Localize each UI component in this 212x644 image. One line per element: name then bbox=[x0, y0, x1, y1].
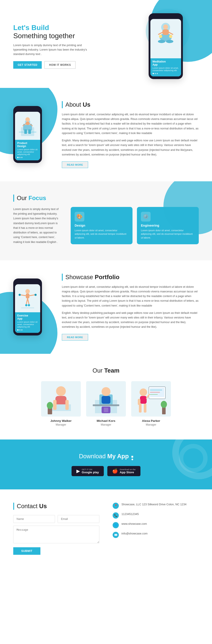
engineering-icon: ⚙️ bbox=[141, 212, 150, 222]
team-avatar-1 bbox=[86, 381, 126, 416]
about-para1: Lorem ipsum dolor sit amet, consectetur … bbox=[62, 112, 199, 136]
app-store-sub: Download on the bbox=[120, 468, 136, 471]
app-store-button[interactable]: 🍎 Download on the App Store bbox=[107, 466, 140, 476]
about-read-more-button[interactable]: READ MORE bbox=[62, 162, 88, 168]
svg-rect-3 bbox=[162, 29, 169, 35]
hero-left: Let's Build Something together Lorem Ips… bbox=[13, 24, 132, 68]
svg-rect-38 bbox=[65, 400, 69, 410]
svg-rect-26 bbox=[19, 294, 20, 296]
svg-rect-21 bbox=[26, 294, 29, 298]
meditation-illustration bbox=[150, 19, 181, 48]
about-phone-wrap: Product Design Lorem ipsum dolor sit ame… bbox=[13, 106, 51, 163]
team-role-0: Manager bbox=[41, 423, 81, 426]
about-phone-screen: Product Design Lorem ipsum dolor sit ame… bbox=[15, 112, 40, 160]
hero-buttons: GET STARTED HOW IT WORKS bbox=[13, 61, 132, 69]
phone-notch bbox=[161, 16, 170, 18]
svg-point-31 bbox=[28, 304, 30, 306]
svg-point-20 bbox=[26, 289, 30, 294]
phone-notch-about bbox=[23, 109, 32, 110]
google-play-sub: GET IT ON bbox=[82, 468, 99, 471]
svg-line-4 bbox=[158, 32, 162, 34]
download-buttons: ▶ GET IT ON Google play 🍎 Download on th… bbox=[13, 466, 199, 476]
team-card-1: Michael Kors Manager bbox=[86, 381, 126, 426]
about-phone-label-title: Product Design bbox=[17, 142, 38, 148]
svg-rect-44 bbox=[93, 404, 119, 406]
svg-rect-19 bbox=[19, 132, 36, 132]
contact-email-text: info@showcase.com bbox=[122, 532, 148, 535]
team-role-2: Manager bbox=[131, 423, 171, 426]
team-name-2: Alexa Parker bbox=[131, 419, 171, 422]
svg-rect-32 bbox=[21, 308, 34, 308]
phone-screen: Meditation App Lorem ipsum dolor sit ame… bbox=[150, 19, 181, 76]
team-title: Our Team bbox=[13, 367, 199, 374]
team-cards: Johnny Walker Manager Michael Kors bbox=[13, 381, 199, 426]
svg-line-23 bbox=[29, 295, 35, 296]
about-phone-label: Product Design Lorem ipsum dolor sit ame… bbox=[15, 140, 40, 160]
svg-point-34 bbox=[56, 386, 66, 396]
contact-phone-text: 11234512345 bbox=[122, 512, 139, 516]
about-phone-mockup: Product Design Lorem ipsum dolor sit ame… bbox=[13, 106, 42, 163]
svg-rect-46 bbox=[102, 396, 110, 404]
portfolio-phone-wrap: Exercise App Lorem ipsum dolor sit amet,… bbox=[13, 278, 51, 336]
app-store-text: Download on the App Store bbox=[120, 468, 136, 474]
about-para2: English. Many desktop publishing package… bbox=[62, 138, 199, 157]
contact-left: Contact Us Submit bbox=[13, 503, 100, 555]
google-play-icon: ▶ bbox=[76, 468, 80, 474]
svg-rect-60 bbox=[144, 404, 146, 412]
hero-title-main: Something together bbox=[13, 32, 132, 40]
contact-email-input[interactable] bbox=[58, 515, 100, 523]
about-title: About Us bbox=[62, 101, 199, 108]
get-started-button[interactable]: GET STARTED bbox=[13, 61, 42, 69]
contact-address-text: Showcase, LLC 123 Silkword Drive Colon, … bbox=[122, 503, 186, 506]
contact-website: 🌐 www.showcase.com bbox=[112, 522, 199, 528]
download-section: Download My App • ▶ GET IT ON Google pla… bbox=[0, 440, 212, 490]
svg-point-13 bbox=[26, 117, 30, 122]
svg-point-30 bbox=[25, 304, 28, 306]
design-icon: 🎨 bbox=[75, 212, 84, 222]
portfolio-read-more-button[interactable]: READ MORE bbox=[62, 334, 88, 340]
contact-name-input[interactable] bbox=[13, 515, 55, 523]
phone-dots bbox=[152, 73, 179, 74]
focus-section: Our Focus Lorem ipsum is simply dummy te… bbox=[0, 181, 212, 260]
svg-point-9 bbox=[169, 35, 172, 38]
hero-section: Let's Build Something together Lorem Ips… bbox=[0, 0, 212, 88]
svg-rect-37 bbox=[53, 400, 56, 410]
svg-point-6 bbox=[158, 40, 165, 43]
portfolio-para2: English. Many desktop publishing package… bbox=[62, 311, 199, 330]
portfolio-phone-screen: Exercise App Lorem ipsum dolor sit amet,… bbox=[15, 284, 40, 333]
contact-submit-button[interactable]: Submit bbox=[13, 547, 40, 555]
google-play-button[interactable]: ▶ GET IT ON Google play bbox=[72, 466, 104, 476]
download-title: Download My App • bbox=[13, 453, 199, 460]
contact-message-textarea[interactable] bbox=[13, 526, 100, 543]
about-phone-label-sub: Lorem ipsum dolor sit amet, consectetur … bbox=[17, 148, 38, 156]
hero-title-highlight: Let's Build bbox=[13, 24, 49, 32]
svg-point-7 bbox=[166, 40, 173, 43]
phone-label: Meditation App Lorem ipsum dolor sit ame… bbox=[150, 58, 181, 76]
hero-right: Meditation App Lorem ipsum dolor sit ame… bbox=[132, 13, 199, 79]
svg-rect-56 bbox=[140, 396, 147, 404]
svg-line-29 bbox=[28, 298, 29, 304]
phone-notch-portfolio bbox=[23, 281, 32, 283]
svg-line-5 bbox=[169, 32, 173, 34]
google-play-text: GET IT ON Google play bbox=[82, 468, 99, 474]
team-card-2: Alexa Parker Manager bbox=[131, 381, 171, 426]
how-it-works-button[interactable]: HOW IT WORKS bbox=[44, 61, 76, 69]
team-avatar-0 bbox=[41, 381, 81, 416]
svg-point-45 bbox=[102, 387, 110, 396]
svg-point-2 bbox=[163, 24, 168, 29]
focus-card-design: 🎨 Design Lorem ipsum dolor sit amet, con… bbox=[71, 207, 132, 244]
contact-address: 📍 Showcase, LLC 123 Silkword Drive Colon… bbox=[112, 503, 199, 509]
portfolio-phone-label: Exercise App Lorem ipsum dolor sit amet,… bbox=[15, 312, 40, 333]
contact-website-text: www.showcase.com bbox=[122, 522, 147, 526]
team-section: Our Team Johnny Walker Manager bbox=[0, 354, 212, 440]
svg-line-22 bbox=[20, 295, 26, 296]
focus-card-design-desc: Lorem ipsum dolor sit amet, consectetur … bbox=[75, 228, 128, 240]
svg-rect-35 bbox=[56, 396, 66, 405]
portfolio-para1: Lorem ipsum dolor sit amet, consectetur … bbox=[62, 285, 199, 308]
svg-point-62 bbox=[161, 401, 167, 408]
portfolio-phone-mockup: Exercise App Lorem ipsum dolor sit amet,… bbox=[13, 278, 42, 336]
focus-card-design-title: Design bbox=[75, 224, 128, 227]
svg-rect-48 bbox=[104, 408, 108, 412]
svg-rect-51 bbox=[150, 388, 164, 397]
location-icon: 📍 bbox=[112, 503, 119, 509]
